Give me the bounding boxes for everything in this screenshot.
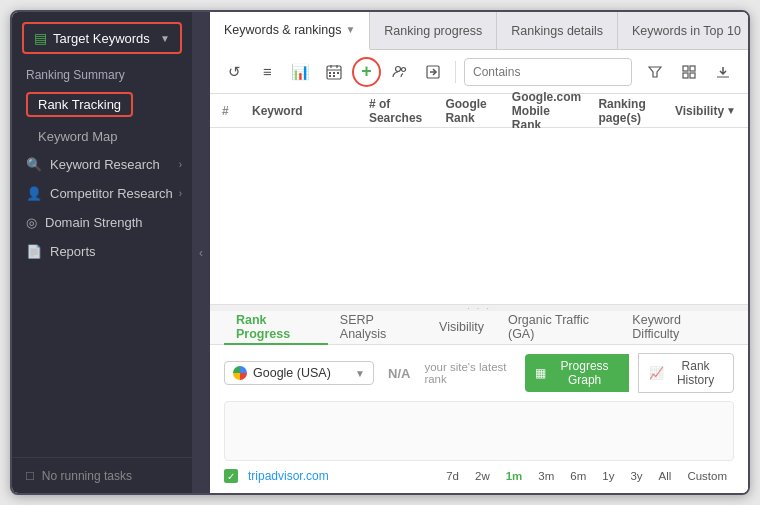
bottom-tab-rank-progress[interactable]: Rank Progress <box>224 311 328 345</box>
svg-rect-6 <box>337 72 339 74</box>
chart-view-button[interactable]: 📊 <box>286 57 315 87</box>
col-google-rank[interactable]: Google Rank <box>437 97 503 125</box>
tab-rankings-details[interactable]: Rankings details <box>497 12 618 50</box>
chart-area <box>224 401 734 461</box>
table-body <box>210 128 748 304</box>
time-custom-button[interactable]: Custom <box>680 467 734 485</box>
svg-point-9 <box>395 66 400 71</box>
bottom-tabs: Rank Progress SERP Analysis Visibility O… <box>210 311 748 345</box>
rank-progress-controls: Google (USA) ▼ N/A your site's latest ra… <box>224 353 734 393</box>
visibility-label: Visibility <box>675 104 724 118</box>
chart-icon: ▦ <box>535 366 546 380</box>
bottom-panel: · · · Rank Progress SERP Analysis Visibi… <box>210 304 748 493</box>
svg-rect-5 <box>333 72 335 74</box>
time-1m-button[interactable]: 1m <box>499 467 530 485</box>
tab-rankings-details-label: Rankings details <box>511 24 603 38</box>
tasks-icon: □ <box>26 468 34 483</box>
target-keywords-label: Target Keywords <box>53 31 150 46</box>
chart-bars <box>235 414 723 460</box>
sidebar: ▤ Target Keywords ▼ Ranking Summary Rank… <box>12 12 192 493</box>
sort-icon: ▼ <box>726 105 736 116</box>
col-ranking-page[interactable]: Ranking page(s) <box>590 97 667 125</box>
report-icon: 📄 <box>26 244 42 259</box>
add-keyword-button[interactable]: + <box>352 57 381 87</box>
sidebar-item-keyword-map[interactable]: Keyword Map <box>12 123 192 150</box>
tab-keywords-rankings-label: Keywords & rankings <box>224 23 341 37</box>
domain-checkbox[interactable]: ✓ <box>224 469 238 483</box>
search-input[interactable] <box>464 58 632 86</box>
sidebar-item-ranking-summary[interactable]: Ranking Summary <box>12 58 192 86</box>
sidebar-item-keyword-research[interactable]: 🔍 Keyword Research › <box>12 150 192 179</box>
tab-keywords-top10[interactable]: Keywords in Top 10 <box>618 12 748 50</box>
toolbar-separator <box>455 61 456 83</box>
progress-graph-label: Progress Graph <box>550 359 619 387</box>
col-visibility[interactable]: Visibility ▼ <box>667 104 744 118</box>
svg-marker-13 <box>649 67 661 77</box>
sidebar-item-competitor-research[interactable]: 👤 Competitor Research › <box>12 179 192 208</box>
domain-icon: ◎ <box>26 215 37 230</box>
svg-rect-16 <box>683 73 688 78</box>
col-keyword[interactable]: Keyword <box>244 104 361 118</box>
sidebar-collapse-button[interactable]: ‹ <box>192 12 210 493</box>
sidebar-nav: Ranking Summary Rank Tracking Keyword Ma… <box>12 54 192 457</box>
target-keywords-icon: ▤ <box>34 30 47 46</box>
progress-graph-button[interactable]: ▦ Progress Graph <box>525 354 629 392</box>
bottom-tab-organic-traffic[interactable]: Organic Traffic (GA) <box>496 311 620 345</box>
svg-rect-14 <box>683 66 688 71</box>
time-3m-button[interactable]: 3m <box>531 467 561 485</box>
time-7d-button[interactable]: 7d <box>439 467 466 485</box>
svg-rect-7 <box>329 75 331 77</box>
bottom-tab-keyword-difficulty[interactable]: Keyword Difficulty <box>620 311 734 345</box>
rank-tracking-item[interactable]: Rank Tracking <box>12 86 192 123</box>
rank-tracking-button[interactable]: Rank Tracking <box>26 92 133 117</box>
svg-rect-8 <box>333 75 335 77</box>
time-6m-button[interactable]: 6m <box>563 467 593 485</box>
sidebar-item-domain-strength[interactable]: ◎ Domain Strength <box>12 208 192 237</box>
col-hash: # <box>214 104 244 118</box>
google-engine-select[interactable]: Google (USA) ▼ <box>224 361 374 385</box>
bottom-tab-visibility[interactable]: Visibility <box>427 311 496 345</box>
time-2w-button[interactable]: 2w <box>468 467 497 485</box>
sidebar-footer: □ No running tasks <box>12 457 192 493</box>
svg-rect-17 <box>690 73 695 78</box>
google-logo <box>233 366 247 380</box>
time-range-buttons: 7d 2w 1m 3m 6m 1y 3y All Custom <box>439 467 734 485</box>
tab-keywords-rankings[interactable]: Keywords & rankings ▼ <box>210 12 370 50</box>
bottom-content: Google (USA) ▼ N/A your site's latest ra… <box>210 345 748 493</box>
search-icon: 🔍 <box>26 157 42 172</box>
select-chevron-icon: ▼ <box>355 368 365 379</box>
latest-rank-label: your site's latest rank <box>424 361 515 385</box>
download-button[interactable] <box>708 57 738 87</box>
toolbar: ↺ ≡ 📊 + <box>210 50 748 94</box>
grid-view-button[interactable] <box>674 57 704 87</box>
tabs-bar: Keywords & rankings ▼ Ranking progress R… <box>210 12 748 50</box>
sidebar-item-keyword-research-label: Keyword Research <box>50 157 160 172</box>
domain-name[interactable]: tripadvisor.com <box>248 469 329 483</box>
tab-ranking-progress[interactable]: Ranking progress <box>370 12 497 50</box>
calendar-button[interactable] <box>319 57 348 87</box>
import-button[interactable] <box>418 57 447 87</box>
svg-rect-15 <box>690 66 695 71</box>
tab-keywords-top10-label: Keywords in Top 10 <box>632 24 741 38</box>
na-badge: N/A <box>388 366 410 381</box>
sidebar-item-reports[interactable]: 📄 Reports <box>12 237 192 266</box>
time-all-button[interactable]: All <box>652 467 679 485</box>
svg-rect-4 <box>329 72 331 74</box>
time-3y-button[interactable]: 3y <box>623 467 649 485</box>
filter-button[interactable] <box>640 57 670 87</box>
list-view-button[interactable]: ≡ <box>253 57 282 87</box>
target-keywords-button[interactable]: ▤ Target Keywords ▼ <box>22 22 182 54</box>
col-mobile-rank[interactable]: Google.com Mobile Rank <box>504 90 591 132</box>
svg-point-10 <box>401 67 405 71</box>
bottom-tab-serp-analysis[interactable]: SERP Analysis <box>328 311 427 345</box>
refresh-button[interactable]: ↺ <box>220 57 249 87</box>
main-content: Keywords & rankings ▼ Ranking progress R… <box>210 12 748 493</box>
col-searches[interactable]: # of Searches <box>361 97 438 125</box>
manage-users-button[interactable] <box>385 57 414 87</box>
rank-history-button[interactable]: 📈 Rank History <box>638 353 734 393</box>
sidebar-item-domain-strength-label: Domain Strength <box>45 215 143 230</box>
sidebar-item-reports-label: Reports <box>50 244 96 259</box>
time-1y-button[interactable]: 1y <box>595 467 621 485</box>
domain-row: ✓ tripadvisor.com 7d 2w 1m 3m 6m 1y 3y A… <box>224 467 734 485</box>
google-engine-label: Google (USA) <box>253 366 331 380</box>
